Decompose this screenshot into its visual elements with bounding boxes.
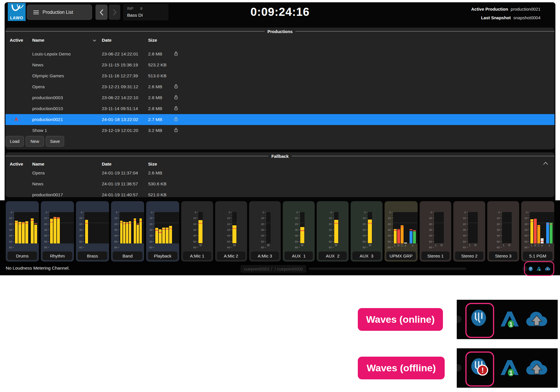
automation-logo-icon[interactable]: 1 [536, 266, 542, 272]
column-header-size[interactable]: Size [148, 162, 157, 167]
column-header-name[interactable]: Name [32, 38, 44, 43]
active-production-row: Active Productionproduction0021 [471, 5, 540, 14]
timeline-bar[interactable] [309, 268, 466, 270]
cloud-sync-icon[interactable] [525, 307, 549, 331]
meter-area [49, 212, 74, 243]
channel-name-button[interactable]: A:Mic 3 [251, 251, 279, 260]
production-row[interactable]: production001023-11-14 09:51:142.8 MB [5, 103, 555, 114]
meter-area [393, 212, 418, 243]
cell-lock [174, 84, 178, 90]
column-header-date[interactable]: Date [102, 38, 112, 43]
column-header-name[interactable]: Name [32, 162, 44, 167]
level-bar [137, 225, 139, 243]
load-button[interactable]: Load [5, 136, 24, 147]
fallback-row[interactable]: Opera24-01-19 11:37:042.6 MB [5, 168, 555, 178]
meter-letter: M [233, 244, 236, 247]
production-row[interactable]: Opera23-12-21 09:31:122.6 MB [5, 81, 555, 92]
meter-letters [84, 244, 109, 247]
channel-name-button[interactable]: Stereo 2 [455, 251, 483, 260]
scale-label: 0 [11, 211, 12, 214]
channel-name-button[interactable]: UPMX GRP [386, 251, 416, 260]
channel-name-button[interactable]: Band [113, 251, 142, 260]
save-button[interactable]: Save [46, 136, 64, 147]
channel-name-button[interactable]: A:Mic 1 [183, 251, 211, 260]
meter-letter: M [301, 244, 303, 247]
sort-chevron-down-icon[interactable] [93, 39, 96, 42]
meter-scale: 0102030405060 [461, 212, 468, 247]
peak-hold-mark [129, 223, 131, 224]
production-row[interactable]: Show 123-12-19 12:01:203.2 MB [5, 125, 555, 136]
scale-label: 10 [114, 216, 117, 220]
meter-area [530, 212, 554, 243]
production-row[interactable]: Louis-Lepoix Demo23-06-22 14:22:012.8 MB [5, 49, 555, 59]
channel-name-button[interactable]: Stereo 3 [489, 251, 517, 260]
channel-name-button[interactable]: Playback [148, 251, 177, 260]
scale-label: 0 [526, 211, 527, 214]
partial-icon [457, 364, 461, 372]
scale-label: 60 [193, 246, 196, 249]
channel-name-button[interactable]: AUX 1 [284, 251, 313, 260]
fallback-row[interactable]: production001724-01-19 11:40:57521.0 KB [5, 189, 555, 197]
collapse-chevron-up-icon[interactable] [543, 162, 548, 165]
channel-name-button[interactable]: Brass [78, 251, 107, 260]
scale-label: 10 [388, 216, 391, 220]
scale-label: 20 [497, 222, 500, 225]
bar-letter: s [412, 244, 413, 247]
level-bar [537, 225, 540, 243]
scale-label: 0 [229, 211, 230, 214]
scale-label: 60 [329, 246, 332, 249]
waves-online-icon[interactable] [470, 308, 489, 327]
fallback-row[interactable]: News24-01-19 11:36:57530.6 KB [5, 178, 555, 189]
production-row[interactable]: production000323-06-22 14:22:102.8 MB [5, 92, 555, 103]
productions-title: Productions [267, 29, 293, 34]
column-header-size[interactable]: Size [148, 38, 157, 43]
meter-area [198, 212, 203, 243]
waves-online-icon[interactable] [528, 266, 534, 272]
automation-logo-icon[interactable]: 1 [499, 356, 521, 379]
waves-offline-icon[interactable]: ! [470, 357, 489, 376]
cloud-sync-icon[interactable] [544, 266, 551, 272]
meter-letters [119, 244, 144, 247]
scale-label: 10 [79, 216, 82, 220]
channel-name-button[interactable]: Rhythm [43, 251, 72, 260]
cell-date: 23-12-21 09:31:12 [102, 84, 138, 89]
cloud-sync-icon[interactable] [525, 356, 549, 380]
cell-name: Show 1 [32, 128, 47, 133]
channel-name-button[interactable]: Drums [7, 251, 37, 260]
channel-name-button[interactable]: Stereo 1 [421, 251, 450, 260]
meter-letter: R [508, 244, 510, 247]
meter-scale: 0102030405060 [293, 212, 300, 247]
meter-channel: 0102030405060MAUX 3 [351, 201, 383, 262]
automation-logo-icon[interactable]: 1 [499, 308, 521, 330]
scale-label: 40 [329, 234, 332, 237]
production-row[interactable]: Aproduction002124-01-18 13:22:022.7 MB [5, 114, 555, 125]
channel-name-button[interactable]: 5.1 PGM [523, 251, 553, 260]
scale-label: 50 [429, 240, 432, 243]
new-button[interactable]: New [26, 136, 44, 147]
channel-name-button[interactable]: AUX 2 [318, 251, 347, 260]
channel-name-button[interactable]: AUX 3 [352, 251, 381, 260]
meter-letters: M [232, 244, 237, 247]
scale-label: 60 [261, 246, 264, 249]
active-marker: A [9, 117, 23, 122]
scale-label: 20 [295, 222, 298, 225]
production-list-button[interactable]: Production List [27, 5, 92, 20]
level-bar [159, 229, 162, 243]
peak-hold-mark [397, 229, 400, 230]
forward-button[interactable] [109, 5, 120, 20]
production-row[interactable]: Olympic Games23-11-16 12:27:39513.0 KB [5, 70, 555, 81]
column-header-active[interactable]: Active [9, 162, 23, 167]
cell-name: Olympic Games [32, 73, 64, 78]
scale-label: 20 [114, 222, 117, 225]
meter-area [434, 212, 444, 243]
cell-size: 2.8 MB [148, 95, 162, 100]
channel-name-button[interactable]: A:Mic 2 [217, 251, 245, 260]
back-button[interactable] [95, 5, 108, 20]
meter-area [468, 212, 478, 243]
cell-name: Opera [32, 84, 45, 89]
peak-hold-mark [198, 223, 202, 224]
column-header-date[interactable]: Date [102, 162, 112, 167]
production-row[interactable]: News23-11-15 15:36:19523.2 KB [5, 59, 555, 70]
lock-icon [174, 51, 178, 56]
column-header-active[interactable]: Active [9, 38, 23, 43]
